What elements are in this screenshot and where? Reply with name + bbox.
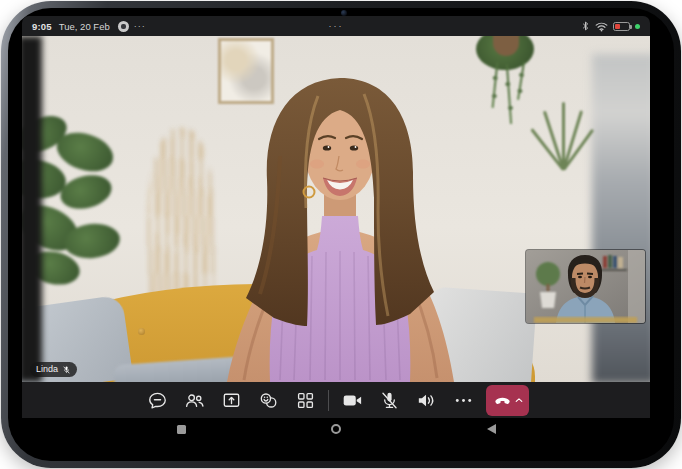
toolbar-divider (328, 390, 329, 411)
people-button[interactable] (180, 386, 208, 414)
device-frame: 9:05 Tue, 20 Feb ··· ··· (1, 1, 681, 468)
participant-name: Linda (36, 362, 58, 377)
tablet-mockup: 9:05 Tue, 20 Feb ··· ··· (0, 0, 682, 469)
mic-off-icon (378, 389, 401, 412)
hang-up-icon (493, 391, 512, 410)
call-toolbar (22, 382, 650, 418)
android-nav-bar (22, 418, 650, 440)
back-triangle-icon (487, 424, 496, 434)
chevron-up-icon (515, 397, 523, 403)
mic-button[interactable] (375, 386, 403, 414)
more-dots-icon (452, 389, 475, 412)
apps-grid-icon (294, 389, 317, 412)
status-time: 9:05 (32, 21, 52, 32)
home-button[interactable] (329, 422, 343, 436)
camera-on-icon (341, 389, 364, 412)
speaker-button[interactable] (412, 386, 440, 414)
status-bar: 9:05 Tue, 20 Feb ··· ··· (22, 16, 650, 36)
status-date: Tue, 20 Feb (59, 21, 110, 32)
device-bezel: 9:05 Tue, 20 Feb ··· ··· (8, 8, 674, 461)
chat-button[interactable] (143, 386, 171, 414)
speaker-on-icon (415, 389, 438, 412)
back-button[interactable] (484, 422, 498, 436)
home-circle-icon (331, 424, 341, 434)
status-center-dots: ··· (22, 21, 650, 31)
reactions-button[interactable] (254, 386, 282, 414)
chat-icon (146, 389, 169, 412)
reactions-icon (257, 389, 280, 412)
share-screen-button[interactable] (217, 386, 245, 414)
main-video[interactable]: Linda (22, 36, 650, 382)
notification-overflow-dots: ··· (134, 21, 146, 31)
people-icon (183, 389, 206, 412)
hang-up-button[interactable] (486, 385, 529, 416)
screen: 9:05 Tue, 20 Feb ··· ··· (22, 16, 650, 440)
battery-low-icon (613, 22, 630, 31)
status-icons (581, 20, 640, 32)
mic-off-icon (62, 365, 71, 375)
wifi-icon (595, 21, 608, 32)
camera-button[interactable] (338, 386, 366, 414)
pip-participant-man (526, 250, 645, 323)
recents-button[interactable] (174, 422, 188, 436)
bluetooth-icon (581, 20, 590, 32)
more-button[interactable] (449, 386, 477, 414)
share-screen-icon (220, 389, 243, 412)
participant-name-badge: Linda (30, 362, 77, 377)
front-camera-dot (341, 10, 347, 16)
apps-button[interactable] (291, 386, 319, 414)
camera-active-dot (635, 24, 640, 29)
participant-woman (22, 36, 650, 382)
notification-badge-icon (118, 21, 129, 32)
pip-video[interactable] (526, 250, 645, 323)
recents-square-icon (177, 425, 186, 434)
